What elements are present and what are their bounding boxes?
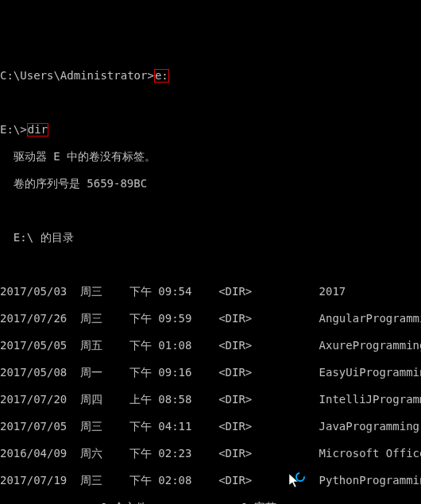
- summary-files: 0 个文件 0 字节: [0, 501, 421, 504]
- svg-point-0: [296, 473, 304, 481]
- dir-row: 2017/05/03 周三 下午 09:54 <DIR> 2017: [0, 285, 421, 298]
- dir-row: 2017/05/08 周一 下午 09:16 <DIR> EasyUiProgr…: [0, 366, 421, 379]
- prompt-path: E:\>: [0, 123, 27, 136]
- prompt-path: C:\Users\Administrator>: [0, 69, 154, 82]
- terminal[interactable]: C:\Users\Administrator>e: E:\>dir 驱动器 E …: [0, 54, 421, 504]
- dir-row: 2017/05/05 周五 下午 01:08 <DIR> AxureProgra…: [0, 339, 421, 352]
- volume-label-line: 驱动器 E 中的卷没有标签。: [0, 150, 421, 164]
- command-text: e:: [154, 69, 169, 83]
- volume-serial-line: 卷的序列号是 5659-89BC: [0, 177, 421, 190]
- busy-cursor-icon: [286, 472, 305, 491]
- dir-row: 2017/07/26 周三 下午 09:59 <DIR> AngularProg…: [0, 312, 421, 325]
- dir-row: 2017/07/05 周三 下午 04:11 <DIR> JavaProgram…: [0, 420, 421, 433]
- command-text: dir: [27, 123, 48, 137]
- dir-row: 2016/04/09 周六 下午 02:23 <DIR> Microsoft O…: [0, 447, 421, 460]
- dir-row: 2017/07/19 周三 下午 02:08 <DIR> PythonProgr…: [0, 474, 421, 487]
- directory-of-line: E:\ 的目录: [0, 231, 421, 244]
- dir-row: 2017/07/20 周四 上午 08:58 <DIR> IntelliJPro…: [0, 393, 421, 406]
